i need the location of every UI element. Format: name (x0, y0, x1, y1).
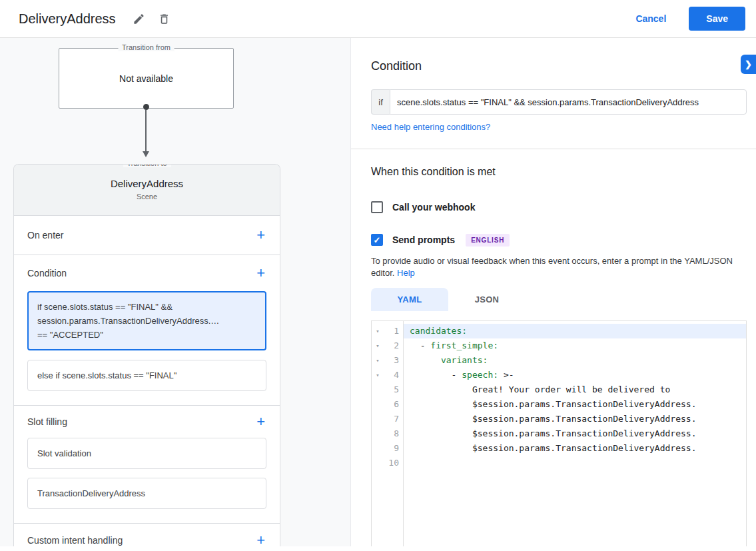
code-line[interactable]: ▾3 variants: (372, 353, 746, 368)
editor-tabs: YAML JSON (371, 288, 747, 311)
fold-gutter (372, 441, 384, 456)
if-label: if (371, 89, 390, 115)
edit-title-button[interactable] (129, 9, 149, 29)
condition-item-else[interactable]: else if scene.slots.status == "FINAL" (27, 360, 266, 391)
add-on-enter-button[interactable]: + (255, 228, 266, 243)
transition-from-value: Not available (119, 73, 173, 84)
fold-gutter (372, 456, 384, 470)
send-prompts-row[interactable]: ✓ Send prompts ENGLISH (371, 233, 747, 247)
webhook-label: Call your webhook (392, 202, 475, 213)
line-number: 9 (384, 441, 404, 456)
scene-card: Transition to DeliveryAddress Scene On e… (13, 164, 280, 546)
section-spacer (14, 518, 280, 523)
scene-card-header[interactable]: DeliveryAddress Scene (14, 165, 280, 216)
save-button[interactable]: Save (689, 7, 745, 31)
add-condition-button[interactable]: + (255, 266, 266, 280)
webhook-row[interactable]: Call your webhook (371, 201, 747, 214)
fold-gutter (372, 412, 384, 426)
line-number: 2 (384, 338, 404, 353)
code-line[interactable]: 9 $session.params.TransactionDeliveryAdd… (372, 441, 746, 456)
fold-arrow-icon[interactable]: ▾ (372, 324, 384, 338)
line-number: 3 (384, 353, 404, 368)
code-text: $session.params.TransactionDeliveryAddre… (404, 412, 746, 426)
fold-gutter (372, 382, 384, 397)
slot-filling-header: Slot filling + (14, 406, 280, 438)
code-line[interactable]: 10 (372, 456, 746, 470)
tab-json[interactable]: JSON (448, 288, 526, 311)
slot-validation-item[interactable]: Slot validation (27, 438, 266, 469)
code-line[interactable]: 7 $session.params.TransactionDeliveryAdd… (372, 412, 746, 426)
yaml-editor[interactable]: ▾1candidates:▾2 - first_simple:▾3 varian… (371, 320, 747, 551)
prompt-description: To provide audio or visual feedback when… (371, 255, 747, 278)
help-link[interactable]: Help (397, 268, 415, 278)
condition-help-link[interactable]: Need help entering conditions? (371, 122, 747, 133)
slot-item[interactable]: TransactionDeliveryAddress (27, 478, 266, 509)
send-prompts-label: Send prompts (392, 235, 455, 245)
cancel-button[interactable]: Cancel (635, 13, 666, 24)
flow-arrow-head-icon (143, 151, 149, 157)
line-number: 10 (384, 456, 404, 470)
flow-arrow-dot (143, 104, 149, 110)
fold-gutter (372, 426, 384, 441)
collapse-panel-button[interactable]: ❯ (741, 55, 756, 74)
tab-yaml[interactable]: YAML (371, 288, 448, 311)
send-prompts-checkbox[interactable]: ✓ (371, 234, 383, 246)
code-line[interactable]: 5 Great! Your order will be delivered to (372, 382, 746, 397)
fold-arrow-icon[interactable]: ▾ (372, 338, 384, 353)
code-text: candidates: (404, 324, 746, 338)
slot-filling-label: Slot filling (27, 416, 67, 427)
add-slot-button[interactable]: + (255, 414, 266, 429)
code-line[interactable]: ▾2 - first_simple: (372, 338, 746, 353)
header-right: Cancel Save (635, 7, 745, 31)
condition-section-header: Condition + (14, 255, 280, 291)
fold-gutter (372, 397, 384, 412)
chevron-right-icon: ❯ (745, 59, 752, 69)
on-enter-label: On enter (27, 230, 63, 241)
section-spacer (14, 400, 280, 405)
delete-scene-button[interactable] (155, 9, 175, 29)
code-line[interactable]: ▾4 - speech: >- (372, 368, 746, 382)
condition-heading: Condition (371, 59, 747, 73)
condition-detail-panel: ❯ Condition if Need help entering condit… (351, 38, 756, 551)
code-line[interactable]: 8 $session.params.TransactionDeliveryAdd… (372, 426, 746, 441)
horizontal-scrollbar[interactable] (0, 546, 756, 551)
scene-type: Scene (14, 193, 280, 201)
slot-filling-section: Slot filling + Slot validation Transacti… (14, 406, 280, 524)
fold-arrow-icon[interactable]: ▾ (372, 353, 384, 368)
page: { "header": { "title": "DeliveryAddress"… (0, 0, 756, 551)
code-text: $session.params.TransactionDeliveryAddre… (404, 441, 746, 456)
page-title: DeliveryAddress (19, 11, 116, 27)
code-line[interactable]: ▾1candidates: (372, 324, 746, 338)
code-line[interactable]: 6 $session.params.TransactionDeliveryAdd… (372, 397, 746, 412)
condition-item-selected[interactable]: if scene.slots.status == "FINAL" && sess… (27, 291, 266, 350)
code-text: - speech: >- (404, 368, 746, 382)
custom-intent-label: Custom intent handling (27, 535, 123, 546)
condition-section-label: Condition (27, 268, 67, 278)
custom-intent-row[interactable]: Custom intent handling + (14, 524, 280, 546)
divider (351, 149, 756, 149)
condition-input[interactable] (390, 89, 747, 115)
webhook-checkbox[interactable] (371, 201, 383, 213)
scene-flow-panel: Transition from Not available Transition… (0, 38, 351, 551)
line-number: 4 (384, 368, 404, 382)
code-text: variants: (404, 353, 746, 368)
fold-arrow-icon[interactable]: ▾ (372, 368, 384, 382)
on-enter-row[interactable]: On enter + (14, 216, 280, 255)
condition-section: Condition + if scene.slots.status == "FI… (14, 255, 280, 406)
line-number: 7 (384, 412, 404, 426)
line-number: 8 (384, 426, 404, 441)
pencil-icon (133, 13, 145, 25)
app-header: DeliveryAddress Cancel Save (0, 0, 756, 38)
code-text: $session.params.TransactionDeliveryAddre… (404, 397, 746, 412)
header-left: DeliveryAddress (19, 9, 180, 29)
code-lines: ▾1candidates:▾2 - first_simple:▾3 varian… (372, 321, 746, 470)
language-badge: ENGLISH (466, 234, 510, 247)
code-text: Great! Your order will be delivered to (404, 382, 746, 397)
trash-icon (158, 13, 171, 25)
check-icon: ✓ (374, 236, 381, 245)
when-met-heading: When this condition is met (371, 165, 747, 179)
code-text: - first_simple: (404, 338, 746, 353)
scene-name: DeliveryAddress (14, 178, 280, 189)
add-custom-intent-button[interactable]: + (255, 533, 266, 546)
line-number: 1 (384, 324, 404, 338)
